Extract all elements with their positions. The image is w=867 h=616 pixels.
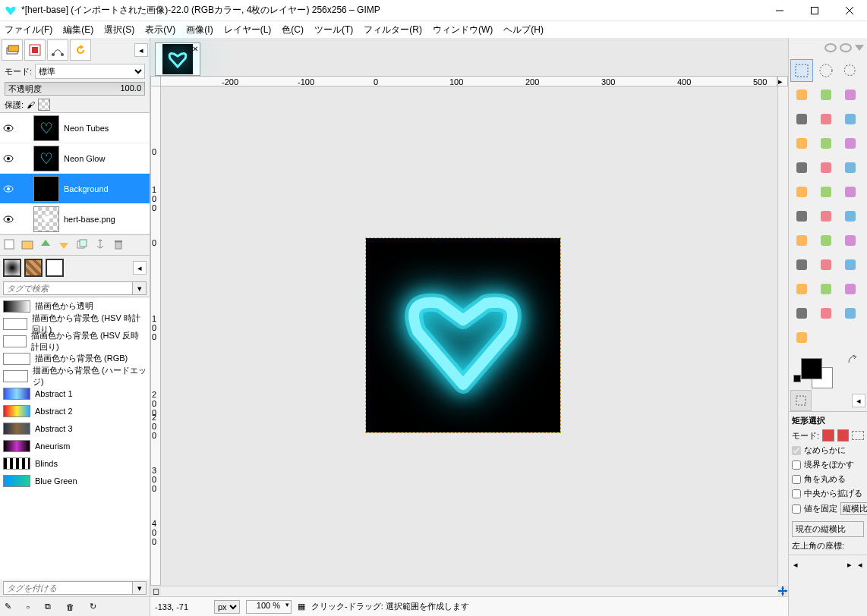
- fg-color-swatch[interactable]: [801, 358, 822, 379]
- fixed-combo[interactable]: 縦横比: [840, 502, 867, 515]
- canvas-image[interactable]: [366, 238, 560, 432]
- dock-menu-button[interactable]: ◂: [134, 43, 148, 57]
- lock-pixels-icon[interactable]: 🖌: [27, 100, 35, 109]
- tool-heal[interactable]: [839, 278, 862, 300]
- close-button[interactable]: [832, 0, 867, 21]
- tool-color-select[interactable]: [790, 108, 813, 130]
- ruler-menu-icon[interactable]: ▸: [777, 76, 788, 86]
- paths-tab-icon[interactable]: [47, 39, 68, 61]
- tool-perspective[interactable]: [815, 181, 837, 203]
- gradient-row[interactable]: 描画色から背景色 (HSV 反時計回り): [0, 332, 150, 350]
- menu-color[interactable]: 色(C): [282, 24, 304, 36]
- tool-shear[interactable]: [790, 181, 813, 203]
- raise-layer-icon[interactable]: [39, 238, 53, 252]
- brush-preview-icon[interactable]: [3, 259, 21, 277]
- menu-view[interactable]: 表示(V): [145, 24, 175, 36]
- gradient-tag-input[interactable]: [3, 581, 133, 595]
- visibility-icon[interactable]: [3, 123, 14, 134]
- gradient-preview-icon[interactable]: [46, 259, 64, 277]
- horizontal-scrollbar[interactable]: [161, 586, 777, 596]
- tool-mypaint[interactable]: [790, 326, 813, 349]
- tool-measure[interactable]: [815, 132, 837, 155]
- tool-clone[interactable]: [815, 278, 837, 300]
- menu-windows[interactable]: ウィンドウ(W): [433, 24, 493, 36]
- tool-scale[interactable]: [839, 156, 862, 179]
- gradient-row[interactable]: 描画色から背景色 (ハードエッジ): [0, 367, 150, 385]
- refresh-gradient-icon[interactable]: ↻: [90, 602, 96, 611]
- tool-crop[interactable]: [815, 108, 837, 130]
- tag-dropdown-icon[interactable]: ▾: [133, 581, 147, 595]
- menu-image[interactable]: 画像(I): [186, 24, 213, 36]
- visibility-icon[interactable]: [3, 153, 14, 164]
- horizontal-ruler[interactable]: -200-1000100200300400500: [161, 76, 777, 86]
- channels-tab-icon[interactable]: [24, 39, 46, 61]
- gradient-row[interactable]: Blinds: [0, 454, 150, 472]
- quickmask-icon[interactable]: ◻: [150, 586, 161, 596]
- new-group-icon[interactable]: [21, 238, 35, 252]
- tool-flip[interactable]: [839, 181, 862, 203]
- lock-alpha-icon[interactable]: [38, 99, 50, 111]
- menu-file[interactable]: ファイル(F): [5, 24, 52, 36]
- tool-fuzzy-select[interactable]: [839, 83, 862, 106]
- tool-warp[interactable]: [815, 205, 837, 228]
- gradient-row[interactable]: Abstract 2: [0, 402, 150, 420]
- tool-bucket[interactable]: [790, 229, 813, 252]
- round-checkbox[interactable]: [792, 475, 801, 484]
- expand-checkbox[interactable]: [792, 489, 801, 498]
- menu-edit[interactable]: 編集(E): [63, 24, 93, 36]
- vertical-scrollbar[interactable]: [777, 86, 788, 586]
- new-gradient-icon[interactable]: ▫: [27, 602, 30, 611]
- new-layer-icon[interactable]: [3, 238, 17, 252]
- visibility-icon[interactable]: [3, 214, 14, 225]
- fixed-checkbox[interactable]: [792, 504, 801, 514]
- tool-eraser[interactable]: [815, 253, 837, 276]
- visibility-icon[interactable]: [3, 184, 14, 194]
- tool-options-tab-icon[interactable]: [790, 390, 812, 411]
- opts-right-icon[interactable]: ▸: [847, 560, 852, 570]
- edit-gradient-icon[interactable]: ✎: [5, 602, 11, 611]
- image-tab[interactable]: ✕: [155, 42, 200, 76]
- feather-checkbox[interactable]: [792, 460, 801, 470]
- undo-tab-icon[interactable]: [70, 39, 91, 61]
- gradient-row[interactable]: Blue Green: [0, 472, 150, 489]
- tool-free-select[interactable]: [839, 59, 862, 82]
- dock-menu-button-3[interactable]: ◂: [852, 394, 865, 407]
- maximize-button[interactable]: [797, 0, 832, 21]
- delete-layer-icon[interactable]: [112, 238, 126, 252]
- tool-pencil[interactable]: [839, 229, 862, 252]
- layer-row[interactable]: ♥hert-base.png: [0, 204, 150, 234]
- tool-fg-select[interactable]: [815, 83, 837, 106]
- tool-zoom[interactable]: [790, 132, 813, 155]
- anchor-layer-icon[interactable]: [94, 238, 108, 252]
- menu-filters[interactable]: フィルター(R): [364, 24, 422, 36]
- tool-ellipse-select[interactable]: [815, 59, 837, 82]
- close-tab-icon[interactable]: ✕: [192, 45, 198, 53]
- menu-select[interactable]: 選択(S): [104, 24, 134, 36]
- minimize-button[interactable]: [762, 0, 797, 21]
- tool-airbrush[interactable]: [839, 253, 862, 276]
- lower-layer-icon[interactable]: [58, 238, 71, 252]
- navigation-icon[interactable]: [777, 586, 788, 596]
- canvas-viewport[interactable]: [161, 86, 777, 586]
- duplicate-layer-icon[interactable]: [76, 238, 90, 252]
- tool-blur[interactable]: [815, 302, 837, 325]
- mode-sub-icon[interactable]: [852, 431, 864, 440]
- layers-tab-icon[interactable]: [2, 39, 23, 61]
- gradient-row[interactable]: Abstract 3: [0, 420, 150, 437]
- tool-align[interactable]: [790, 156, 813, 179]
- tool-path[interactable]: [839, 108, 862, 130]
- duplicate-gradient-icon[interactable]: ⧉: [45, 602, 51, 611]
- tool-scissors[interactable]: [790, 83, 813, 106]
- blend-mode-select[interactable]: 標準: [35, 64, 145, 79]
- mode-replace-icon[interactable]: [822, 429, 834, 442]
- layer-row[interactable]: ♡Neon Tubes: [0, 113, 150, 143]
- fg-bg-colors[interactable]: [792, 354, 864, 387]
- menu-tools[interactable]: ツール(T): [314, 24, 353, 36]
- dock-menu-button-2[interactable]: ◂: [133, 261, 147, 275]
- tool-blend[interactable]: [815, 229, 837, 252]
- current-ratio-dropdown[interactable]: 現在の縦横比: [792, 521, 864, 537]
- tool-move[interactable]: [839, 132, 862, 155]
- gradient-search-input[interactable]: [3, 281, 133, 295]
- vertical-ruler[interactable]: 01 0 001 0 02 0 02 0 03 0 04 0 0: [150, 86, 161, 586]
- tool-brush[interactable]: [790, 253, 813, 276]
